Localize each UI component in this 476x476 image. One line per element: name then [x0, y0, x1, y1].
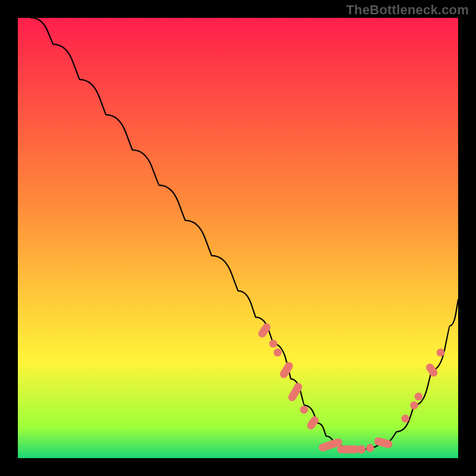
curve-marker [357, 445, 366, 454]
curve-marker [402, 415, 409, 422]
plot-area [18, 18, 458, 458]
curve-marker [270, 340, 277, 347]
curve-marker [415, 393, 422, 400]
gradient-background [18, 18, 458, 458]
curve-marker [366, 444, 374, 452]
curve-marker [300, 406, 308, 414]
curve-marker [337, 446, 359, 453]
chart-svg [18, 18, 458, 458]
chart-frame: TheBottleneck.com [0, 0, 476, 476]
curve-marker [410, 402, 418, 409]
curve-marker [274, 349, 281, 356]
curve-marker [437, 349, 444, 356]
watermark-text: TheBottleneck.com [346, 2, 469, 18]
